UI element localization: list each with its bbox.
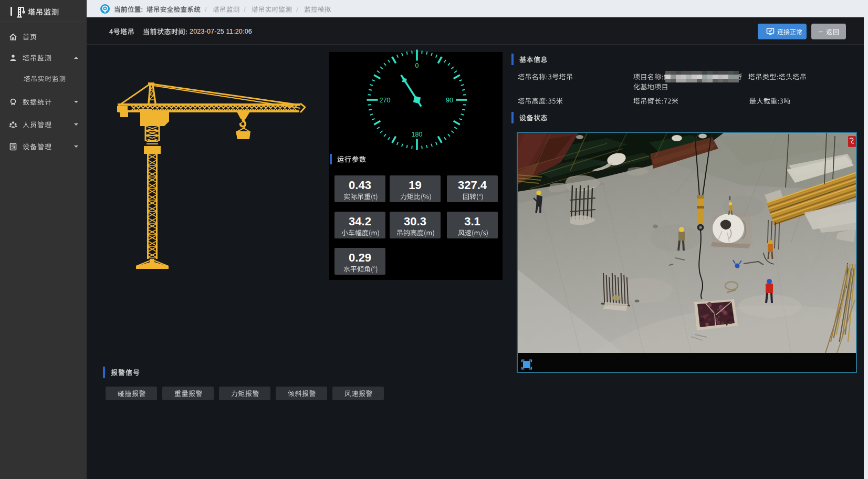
svg-text:180: 180 [412,131,423,138]
svg-text:90: 90 [446,97,453,104]
svg-text:0: 0 [415,62,419,69]
svg-text:270: 270 [380,97,391,104]
